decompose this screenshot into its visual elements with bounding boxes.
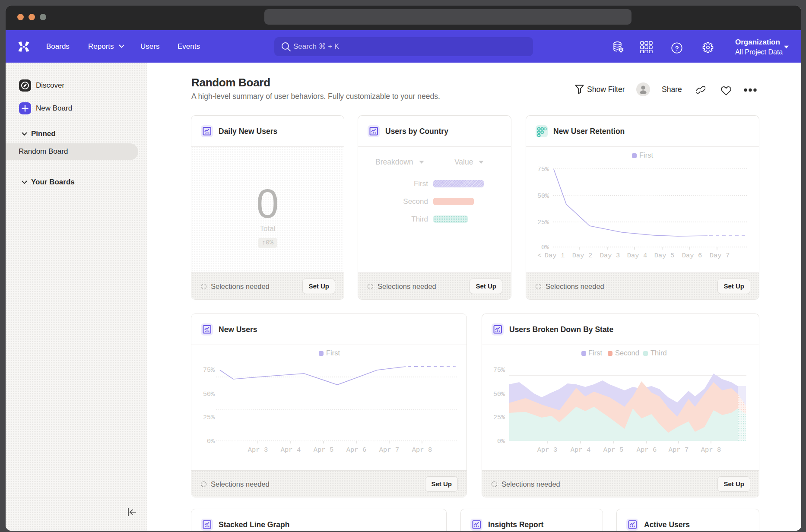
svg-text:75%: 75% [203,367,215,374]
svg-text:Apr 8: Apr 8 [701,446,721,454]
svg-text:Apr 3: Apr 3 [537,446,558,454]
svg-text:Third: Third [651,349,667,357]
svg-text:75%: 75% [493,367,505,374]
svg-text:75%: 75% [537,166,549,173]
svg-text:Apr 6: Apr 6 [637,446,657,454]
svg-text:Apr 4: Apr 4 [571,446,591,454]
svg-text:Day 1: Day 1 [545,252,565,260]
svg-text:First: First [588,349,602,357]
svg-text:Day 4: Day 4 [627,252,647,260]
svg-text:Apr 5: Apr 5 [603,446,624,454]
svg-text:Apr 7: Apr 7 [669,446,689,454]
svg-text:0%: 0% [207,438,215,445]
svg-text:50%: 50% [203,391,215,398]
svg-text:Apr 7: Apr 7 [379,446,400,454]
svg-text:Day 6: Day 6 [682,252,702,260]
svg-text:25%: 25% [203,414,215,421]
svg-text:0%: 0% [541,244,549,251]
svg-text:Day 5: Day 5 [654,252,675,260]
svg-text:25%: 25% [537,219,549,226]
svg-text:Apr 4: Apr 4 [281,446,301,454]
svg-text:Apr 8: Apr 8 [412,446,432,454]
svg-text:50%: 50% [493,391,505,398]
svg-text:First: First [326,349,340,357]
svg-text:Apr 3: Apr 3 [248,446,268,454]
svg-text:Second: Second [615,349,639,357]
svg-text:Day 7: Day 7 [710,252,730,260]
svg-text:<: < [537,252,541,260]
svg-text:Apr 5: Apr 5 [314,446,334,454]
svg-text:0%: 0% [497,438,505,445]
svg-text:Day 3: Day 3 [600,252,620,260]
svg-text:50%: 50% [537,193,549,200]
svg-text:25%: 25% [493,414,505,421]
svg-text:Day 2: Day 2 [572,252,593,260]
svg-text:Apr 6: Apr 6 [346,446,367,454]
svg-text:First: First [639,151,653,159]
svg-text:?: ? [675,44,679,52]
